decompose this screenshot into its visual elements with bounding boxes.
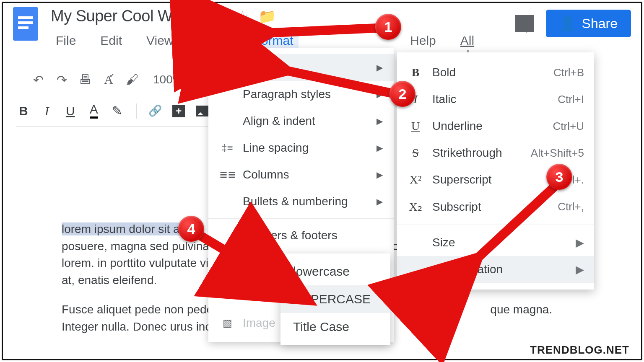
document-title[interactable]: My Super Cool Word Doc (51, 7, 226, 25)
link-icon[interactable] (148, 104, 162, 117)
text-italic[interactable]: I Italic Ctrl+I (397, 86, 594, 113)
app-frame: My Super Cool Word Doc ☆ 📁 File Edit Vie… (2, 2, 642, 360)
underline-icon[interactable]: U (63, 104, 78, 118)
format-columns[interactable]: ≣≣Columns▶ (208, 161, 394, 188)
menu-separator (208, 218, 394, 219)
text-color-icon[interactable]: A (87, 103, 101, 119)
subscript-icon: X₂ (407, 200, 424, 214)
header-right: 👤 Share (515, 10, 631, 37)
share-icon: 👤 (559, 16, 576, 31)
svg-line-0 (264, 28, 377, 33)
watermark: TRENDBLOG.NET (530, 344, 629, 357)
annotation-arrow-4 (192, 229, 318, 310)
insert-image-icon[interactable] (195, 106, 209, 116)
annotation-badge-1: 1 (375, 14, 401, 40)
svg-line-1 (280, 69, 393, 93)
format-bullets-numbering[interactable]: Bullets & numbering▶ (208, 188, 394, 215)
docs-logo-icon[interactable] (13, 7, 38, 41)
undo-icon[interactable]: ↶ (31, 72, 46, 87)
add-comment-icon[interactable]: + (171, 105, 186, 117)
cap-titlecase[interactable]: Title Case (280, 313, 390, 341)
format-line-spacing[interactable]: ‡≡Line spacing▶ (208, 134, 394, 161)
selected-text: lorem ipsum dolor sit a (62, 222, 180, 235)
text-strikethrough[interactable]: S Strikethrough Alt+Shift+5 (397, 140, 594, 166)
annotation-arrow-1 (251, 21, 381, 47)
bold-icon: B (407, 66, 424, 79)
menu-file[interactable]: File (51, 31, 81, 65)
superscript-icon: X² (407, 173, 424, 186)
spellcheck-icon[interactable]: A✔ (101, 72, 116, 87)
redo-icon[interactable]: ↷ (54, 72, 69, 87)
toolbar-divider (136, 103, 137, 119)
star-icon[interactable]: ☆ (236, 8, 249, 25)
line-spacing-icon: ‡≡ (219, 142, 235, 154)
bold-icon[interactable]: B (16, 104, 31, 118)
highlight-icon[interactable]: ✎ (110, 103, 125, 118)
print-icon[interactable]: 🖶 (78, 72, 93, 87)
annotation-badge-2: 2 (390, 81, 415, 107)
image-icon: ▧ (219, 317, 235, 329)
text-bold[interactable]: B Bold Ctrl+B (397, 59, 594, 86)
share-button[interactable]: 👤 Share (546, 10, 631, 37)
svg-line-3 (197, 233, 301, 296)
annotation-arrow-3 (460, 183, 565, 277)
annotation-badge-3: 3 (546, 164, 572, 190)
toolbar-text: B I U A ✎ + (16, 99, 209, 127)
text-underline[interactable]: U Underline Ctrl+U (397, 113, 594, 140)
italic-icon[interactable]: I (40, 104, 54, 118)
annotation-arrow-2 (267, 62, 401, 105)
comments-icon[interactable] (515, 15, 534, 32)
zoom-selector[interactable]: 100% ▼ (153, 73, 194, 86)
strikethrough-icon: S (407, 146, 424, 160)
paint-format-icon[interactable]: 🖌 (125, 72, 140, 87)
menu-edit[interactable]: Edit (95, 31, 127, 65)
annotation-badge-4: 4 (178, 216, 204, 242)
svg-line-2 (473, 186, 556, 263)
columns-icon: ≣≣ (219, 169, 235, 181)
chevron-down-icon: ▼ (187, 75, 194, 84)
share-label: Share (582, 16, 618, 31)
underline-icon: U (407, 119, 424, 133)
format-align-indent[interactable]: Align & indent▶ (208, 108, 394, 134)
zoom-value: 100% (153, 73, 183, 86)
menu-view[interactable]: View (141, 31, 178, 65)
